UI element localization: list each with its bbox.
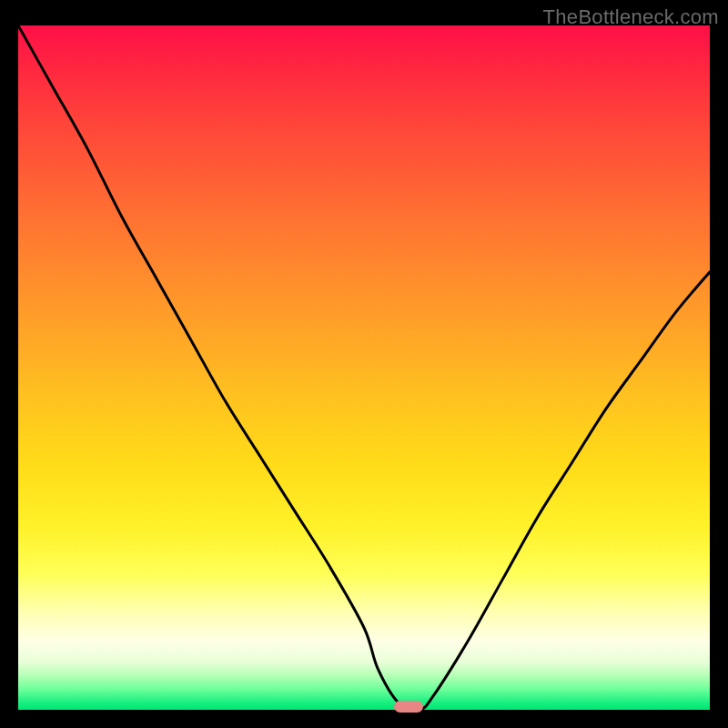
optimal-marker	[394, 701, 423, 713]
curve-svg	[18, 25, 710, 710]
chart-frame: TheBottleneck.com	[0, 0, 728, 728]
bottleneck-curve	[18, 25, 710, 710]
plot-area	[18, 25, 710, 710]
